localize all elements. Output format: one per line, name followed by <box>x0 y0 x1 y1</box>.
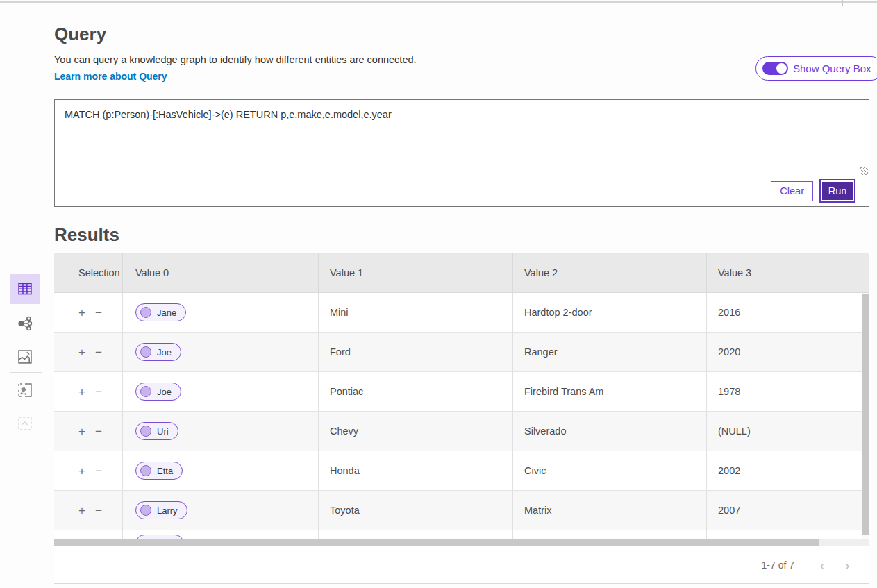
entity-dot-icon <box>140 307 151 318</box>
selection-cell <box>54 530 123 539</box>
learn-more-link[interactable]: Learn more about Query <box>54 71 167 82</box>
horizontal-scrollbar-thumb[interactable] <box>54 539 819 546</box>
entity-dot-icon <box>140 505 151 516</box>
table-view-icon <box>17 281 33 296</box>
entity-chip[interactable]: Larry <box>135 501 187 519</box>
resize-grip[interactable] <box>860 167 868 175</box>
entity-cell: Joe <box>123 333 319 371</box>
add-selection-to-map-button[interactable] <box>10 375 40 405</box>
entity-name: Larry <box>157 505 178 516</box>
remove-from-selection-button[interactable]: − <box>95 505 102 516</box>
table-row: + − Etta Honda Civic 2002 <box>54 451 869 491</box>
next-page-button[interactable]: › <box>835 553 860 578</box>
entity-dot-icon <box>140 426 151 437</box>
table-row: + − Uri Chevy Silverado (NULL) <box>54 412 869 451</box>
entity-chip[interactable]: Joe <box>135 383 181 401</box>
entity-chip[interactable]: Uri <box>135 422 178 440</box>
year-cell: 2007 <box>707 491 869 530</box>
toggle-label: Show Query Box <box>793 62 871 74</box>
query-actions-bar: Clear Run <box>55 176 869 206</box>
make-cell <box>319 530 513 539</box>
add-to-selection-button[interactable]: + <box>78 465 85 477</box>
add-to-selection-button[interactable]: + <box>78 346 85 358</box>
map-view-button[interactable] <box>10 342 40 372</box>
query-page: Query You can query a knowledge graph to… <box>0 0 877 588</box>
table-row: + − Jane Mini Hardtop 2-door 2016 <box>54 293 869 333</box>
clear-button[interactable]: Clear <box>771 181 813 201</box>
entity-cell: Jane <box>123 293 319 332</box>
column-header-value0[interactable]: Value 0 <box>123 253 319 292</box>
remove-from-selection-button[interactable]: − <box>95 307 102 319</box>
entity-name: Joe <box>157 347 172 358</box>
previous-page-button[interactable]: ‹ <box>810 553 835 578</box>
model-cell: Matrix <box>513 491 707 530</box>
column-header-value2[interactable]: Value 2 <box>513 253 707 292</box>
model-cell: Silverado <box>513 412 707 451</box>
selection-cell: + − <box>54 451 123 490</box>
selection-cell: + − <box>54 293 123 332</box>
query-text: MATCH (p:Person)-[:HasVehicle]->(e) RETU… <box>65 109 392 120</box>
pagination-range-label: 1-7 of 7 <box>762 560 794 571</box>
remove-from-selection-button[interactable]: − <box>95 465 102 477</box>
make-cell: Pontiac <box>319 372 513 411</box>
entity-chip[interactable]: Jane <box>135 303 186 321</box>
link-chart-view-icon <box>17 315 33 332</box>
query-box: MATCH (p:Person)-[:HasVehicle]->(e) RETU… <box>54 99 869 207</box>
column-header-selection[interactable]: Selection <box>54 253 123 292</box>
year-cell: 1978 <box>707 372 869 411</box>
entity-cell: Uri <box>123 412 319 451</box>
model-cell: Civic <box>513 451 707 490</box>
remove-from-selection-button[interactable]: − <box>95 386 102 398</box>
entity-name: Jane <box>157 308 176 318</box>
sidebar-divider <box>10 372 42 373</box>
pagination-bar: 1-7 of 7 ‹ › <box>54 546 869 584</box>
selection-cell: + − <box>54 372 123 411</box>
table-view-button[interactable] <box>10 274 40 304</box>
entity-cell: Larry <box>123 491 319 530</box>
show-query-box-toggle[interactable]: Show Query Box <box>755 56 877 81</box>
entity-dot-icon <box>140 346 151 358</box>
make-cell: Mini <box>319 293 513 332</box>
column-header-value1[interactable]: Value 1 <box>319 253 513 292</box>
make-cell: Toyota <box>319 491 513 530</box>
table-row: + − Joe Pontiac Firebird Trans Am 1978 <box>54 372 869 412</box>
remove-from-selection-button[interactable]: − <box>95 346 102 358</box>
make-cell: Chevy <box>319 412 513 451</box>
year-cell: 2002 <box>707 451 869 490</box>
top-right-tick <box>842 0 843 6</box>
model-cell: Hardtop 2-door <box>513 293 707 332</box>
entity-chip[interactable]: Joe <box>135 343 181 361</box>
top-divider <box>0 1 877 3</box>
year-cell: 2020 <box>707 333 869 371</box>
entity-cell: Joe <box>123 372 319 411</box>
toggle-switch-icon[interactable] <box>762 62 788 75</box>
query-input[interactable]: MATCH (p:Person)-[:HasVehicle]->(e) RETU… <box>55 100 869 176</box>
add-selection-disabled-button <box>10 408 40 439</box>
column-header-value3[interactable]: Value 3 <box>707 253 869 292</box>
entity-cell: Etta <box>123 451 319 490</box>
add-to-selection-button[interactable]: + <box>78 426 85 437</box>
entity-chip[interactable]: Etta <box>135 462 183 480</box>
add-to-selection-button[interactable]: + <box>78 307 85 319</box>
entity-name: Joe <box>157 387 172 397</box>
run-button[interactable]: Run <box>819 179 855 203</box>
model-cell: Firebird Trans Am <box>513 372 707 411</box>
year-cell: 2016 <box>707 293 869 332</box>
vertical-scrollbar-thumb[interactable] <box>862 294 869 535</box>
entity-name: Etta <box>157 466 173 476</box>
link-chart-view-button[interactable] <box>10 308 40 339</box>
results-title: Results <box>54 224 119 246</box>
entity-chip[interactable] <box>135 535 184 539</box>
year-cell: (NULL) <box>707 412 869 451</box>
selection-cell: + − <box>54 412 123 451</box>
page-title: Query <box>54 24 106 45</box>
vertical-scrollbar[interactable] <box>862 293 869 539</box>
horizontal-scrollbar[interactable] <box>54 539 869 546</box>
entity-cell <box>123 530 319 539</box>
add-to-selection-button[interactable]: + <box>78 386 85 398</box>
entity-name: Uri <box>157 426 169 437</box>
remove-from-selection-button[interactable]: − <box>95 426 102 437</box>
add-to-selection-button[interactable]: + <box>78 505 85 516</box>
entity-dot-icon <box>140 465 151 476</box>
model-cell <box>513 530 707 539</box>
